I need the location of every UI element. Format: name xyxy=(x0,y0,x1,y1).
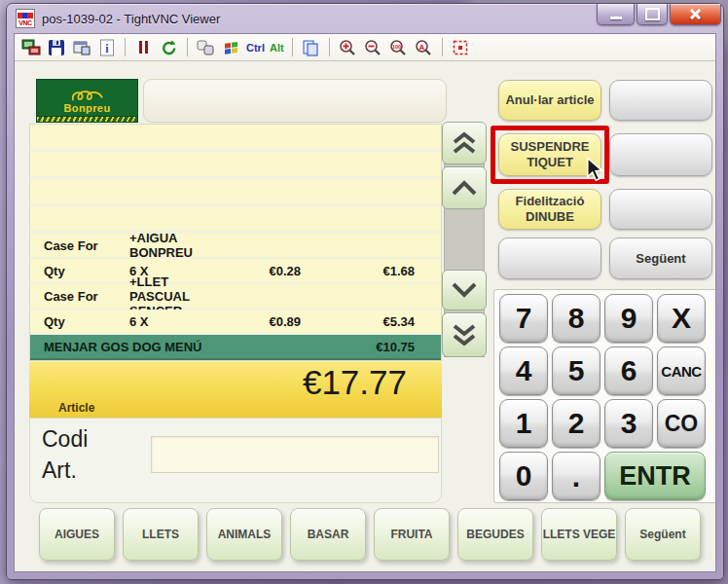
button-label: SUSPENDRE xyxy=(511,139,590,155)
double-chevron-down-icon xyxy=(450,322,479,347)
key-5[interactable]: 5 xyxy=(552,347,601,395)
receipt-row-empty xyxy=(30,206,441,234)
desktop-background: VNC pos-1039-02 - TightVNC Viewer xyxy=(0,0,728,584)
bonpreu-swirl-icon xyxy=(66,89,109,103)
category-animals[interactable]: ANIMALS xyxy=(206,508,282,561)
total-amount: €17.77 xyxy=(303,363,407,402)
receipt-row[interactable]: Qty 6 X €0.28 €1.68 xyxy=(30,259,441,284)
svg-text:100: 100 xyxy=(392,44,401,50)
zoom-auto-icon[interactable]: A xyxy=(414,37,434,57)
row-unit-price: €0.89 xyxy=(203,314,301,329)
key-1[interactable]: 1 xyxy=(499,399,548,448)
row-label: Case For xyxy=(44,238,129,253)
toolbar-separator xyxy=(292,38,293,56)
alt-toggle[interactable]: Alt xyxy=(270,42,284,54)
minimize-button[interactable] xyxy=(597,4,635,25)
receipt-row[interactable]: Qty 6 X €0.89 €5.34 xyxy=(30,310,441,335)
article-code-panel: Codi Art. xyxy=(29,418,442,503)
maximize-button[interactable] xyxy=(637,4,668,25)
button-label: DINUBE xyxy=(526,209,574,225)
connection-options-icon[interactable] xyxy=(71,37,91,57)
button-label: Següent xyxy=(636,251,685,267)
pos-screen: Bonpreu Case For +AIGUA BONPREU xyxy=(15,61,716,571)
rope-pattern xyxy=(37,116,137,122)
pause-icon[interactable] xyxy=(133,37,154,57)
key-decimal[interactable]: . xyxy=(552,452,601,500)
bonpreu-logo: Bonpreu xyxy=(36,79,138,123)
mouse-cursor-icon xyxy=(584,157,605,182)
fidelitzacio-dinube-button[interactable]: Fidelització DINUBE xyxy=(498,189,601,230)
article-code-input[interactable] xyxy=(151,436,439,473)
total-bar: €17.77 Article xyxy=(29,361,442,418)
receipt-row-empty xyxy=(30,125,441,152)
ctrl-toggle[interactable]: Ctrl xyxy=(246,42,265,54)
category-button-row: AIGUES LLETS ANIMALS BASAR FRUITA BEGUDE… xyxy=(39,508,701,561)
window-controls xyxy=(597,4,721,25)
row-description: +AIGUA BONPREU xyxy=(129,231,203,260)
key-2[interactable]: 2 xyxy=(552,399,601,448)
key-0[interactable]: 0 xyxy=(499,452,548,500)
zoom-100-icon[interactable]: 100 xyxy=(388,37,409,57)
blank-button-2[interactable] xyxy=(609,133,712,176)
connection-info-icon[interactable]: i xyxy=(96,37,117,57)
category-llets-vege[interactable]: LLETS VEGE xyxy=(541,508,617,561)
selected-item-price: €10.75 xyxy=(376,340,415,354)
row-total: €5.34 xyxy=(301,314,415,329)
zoom-out-icon[interactable] xyxy=(363,37,383,57)
article-label: Article xyxy=(58,401,94,415)
key-co[interactable]: CO xyxy=(657,399,706,448)
row-description: 6 X xyxy=(129,314,203,329)
key-4[interactable]: 4 xyxy=(499,347,548,395)
key-multiply[interactable]: X xyxy=(657,294,706,343)
category-fruita[interactable]: FRUITA xyxy=(374,508,450,561)
category-begudes[interactable]: BEGUDES xyxy=(457,508,533,561)
seguent-button-right-panel[interactable]: Següent xyxy=(609,237,712,279)
key-6[interactable]: 6 xyxy=(604,347,653,395)
key-9[interactable]: 9 xyxy=(604,294,653,343)
window-title: pos-1039-02 - TightVNC Viewer xyxy=(42,12,220,26)
vnc-app-icon: VNC xyxy=(16,9,35,28)
zoom-in-icon[interactable] xyxy=(338,37,358,57)
toolbar-separator xyxy=(125,38,126,56)
codi-label-line2: Art. xyxy=(42,457,77,484)
blank-button-3[interactable] xyxy=(609,189,712,230)
key-7[interactable]: 7 xyxy=(499,294,548,343)
selected-item-name: MENJAR GOS DOG MENÚ xyxy=(44,340,376,354)
svg-text:A: A xyxy=(419,42,425,51)
row-unit-price: €0.28 xyxy=(203,264,301,278)
close-button[interactable] xyxy=(670,4,721,25)
category-basar[interactable]: BASAR xyxy=(290,508,366,561)
brand-name: Bonpreu xyxy=(63,103,110,114)
ctrl-alt-del-icon[interactable] xyxy=(196,37,216,57)
title-bar[interactable]: VNC pos-1039-02 - TightVNC Viewer xyxy=(7,4,723,33)
empty-tab-panel xyxy=(143,79,447,123)
refresh-icon[interactable] xyxy=(159,37,179,57)
scroll-up-button[interactable] xyxy=(442,166,487,209)
key-8[interactable]: 8 xyxy=(552,294,601,343)
tightvnc-window: VNC pos-1039-02 - TightVNC Viewer xyxy=(6,3,724,580)
category-seguent[interactable]: Següent xyxy=(625,508,701,561)
button-label: TIQUET xyxy=(527,155,573,170)
double-chevron-up-icon xyxy=(450,130,479,156)
key-cancel[interactable]: CANC xyxy=(657,347,706,395)
transfer-files-icon[interactable] xyxy=(301,37,321,57)
win-key-icon[interactable] xyxy=(221,37,241,57)
full-screen-icon[interactable] xyxy=(451,37,471,57)
toolbar-separator xyxy=(442,38,443,56)
receipt-row[interactable]: Case For +LLET PASCUAL SENCER xyxy=(30,284,441,310)
save-session-icon[interactable] xyxy=(46,37,66,57)
blank-button-1[interactable] xyxy=(609,80,712,121)
receipt-row-selected[interactable]: MENJAR GOS DOG MENÚ €10.75 xyxy=(30,335,441,360)
key-3[interactable]: 3 xyxy=(604,399,653,448)
anullar-article-button[interactable]: Anul·lar article xyxy=(498,80,601,121)
key-enter[interactable]: ENTR xyxy=(604,452,706,500)
scroll-down-button[interactable] xyxy=(442,270,487,310)
scroll-bottom-button[interactable] xyxy=(442,312,487,357)
new-connection-icon[interactable] xyxy=(20,37,41,57)
category-llets[interactable]: LLETS xyxy=(123,508,199,561)
receipt-row[interactable]: Case For +AIGUA BONPREU xyxy=(30,234,441,259)
category-aigues[interactable]: AIGUES xyxy=(39,508,115,561)
blank-button-4[interactable] xyxy=(498,237,601,279)
scroll-top-button[interactable] xyxy=(442,122,487,164)
toolbar-separator xyxy=(329,38,330,56)
